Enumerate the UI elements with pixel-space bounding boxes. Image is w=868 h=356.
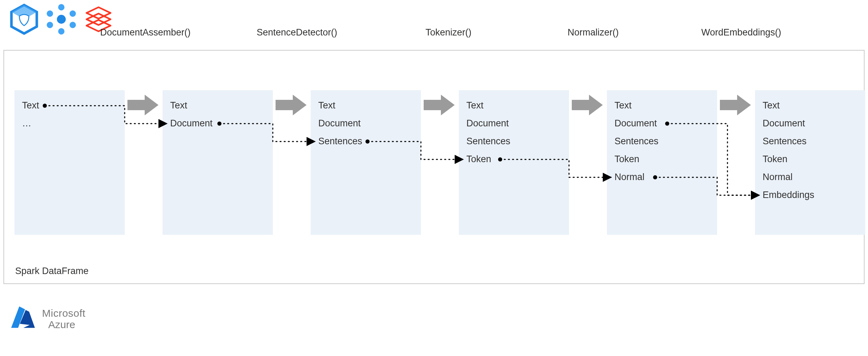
arrow-icon: [720, 95, 751, 115]
column-text: Text: [22, 96, 117, 114]
column-text: Text: [466, 96, 561, 114]
column-text: Text: [614, 96, 710, 114]
column-token: Token: [763, 150, 858, 168]
logo-text-line2: Azure: [42, 319, 85, 330]
azure-synapse-icon: [8, 3, 40, 35]
column-document: Document: [170, 114, 265, 132]
stage-label-tokenizer: Tokenizer(): [380, 27, 517, 38]
svg-point-5: [47, 10, 53, 17]
stage-label-word-embeddings: WordEmbeddings(): [665, 27, 817, 38]
stage-tokenizer: Text Document Sentences Token: [459, 90, 569, 235]
column-document: Document: [466, 114, 561, 132]
column-ellipsis: …: [22, 114, 117, 132]
svg-point-3: [58, 4, 64, 10]
column-normal: Normal: [763, 168, 858, 186]
column-document: Document: [614, 114, 710, 132]
arrow-icon: [127, 95, 158, 115]
column-text: Text: [170, 96, 265, 114]
column-token: Token: [466, 150, 561, 168]
stage-sentence-detector: Text Document Sentences: [311, 90, 421, 235]
column-sentences: Sentences: [318, 132, 413, 150]
azure-hdinsight-icon: [45, 3, 77, 35]
stage-word-embeddings: Text Document Sentences Token Normal Emb…: [755, 90, 865, 235]
stage-label-document-assembler: DocumentAssember(): [73, 27, 218, 38]
column-text: Text: [318, 96, 413, 114]
column-token: Token: [614, 150, 710, 168]
column-normal: Normal: [614, 168, 710, 186]
column-text: Text: [763, 96, 858, 114]
svg-point-2: [57, 15, 66, 24]
svg-point-7: [47, 22, 53, 28]
logo-text-line1: Microsoft: [42, 307, 85, 319]
stage-normalizer: Text Document Sentences Token Normal: [607, 90, 717, 235]
dotted-connectors: [4, 51, 865, 285]
stage-document-assembler: Text Document: [163, 90, 273, 235]
arrow-icon: [572, 95, 603, 115]
stage-label-sentence-detector: SentenceDetector(): [225, 27, 369, 38]
microsoft-azure-logo: Microsoft Azure: [8, 303, 85, 334]
pipeline-frame: Spark DataFrame Text … DocumentAssember(…: [3, 50, 865, 284]
svg-point-6: [70, 10, 76, 17]
svg-point-4: [58, 28, 64, 34]
frame-label: Spark DataFrame: [15, 266, 89, 276]
stage-label-normalizer: Normalizer(): [524, 27, 662, 38]
column-sentences: Sentences: [614, 132, 710, 150]
column-sentences: Sentences: [466, 132, 561, 150]
column-document: Document: [763, 114, 858, 132]
column-sentences: Sentences: [763, 132, 858, 150]
column-document: Document: [318, 114, 413, 132]
azure-logo-icon: [8, 303, 37, 334]
arrow-icon: [424, 95, 455, 115]
arrow-icon: [276, 95, 307, 115]
column-embeddings: Embeddings: [763, 186, 858, 204]
stage-input: Text …: [14, 90, 125, 235]
